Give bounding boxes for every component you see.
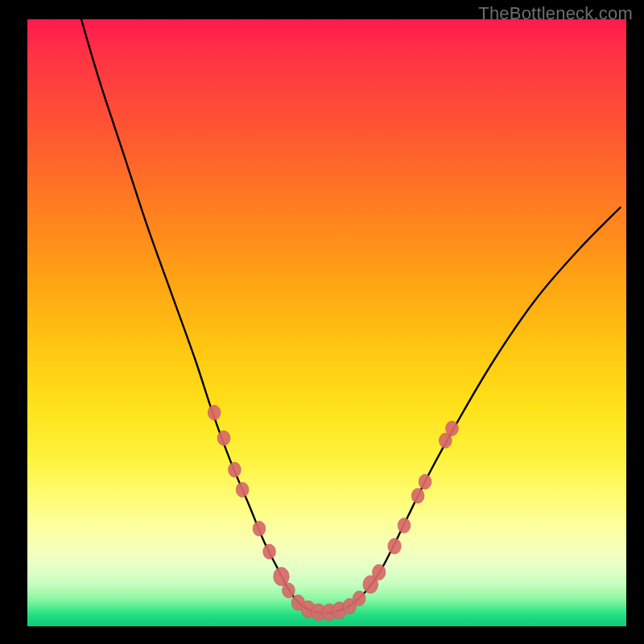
curve-layer (27, 19, 626, 626)
data-marker (274, 568, 289, 586)
bottleneck-curve (81, 19, 621, 613)
data-marker (373, 564, 386, 580)
data-marker (229, 462, 242, 477)
chart-frame: TheBottleneck.com (0, 0, 644, 644)
watermark-text: TheBottleneck.com (478, 3, 633, 24)
data-marker (217, 431, 230, 445)
data-marker (353, 591, 365, 605)
data-marker (236, 482, 249, 497)
data-marker (419, 474, 431, 489)
data-marker (283, 583, 295, 597)
data-marker (398, 518, 411, 533)
curve-markers (208, 405, 458, 621)
data-marker (208, 405, 221, 419)
data-marker (263, 544, 276, 559)
data-marker (388, 539, 401, 554)
data-marker (411, 489, 424, 503)
plot-area (27, 19, 626, 626)
data-marker (253, 521, 266, 535)
data-marker (446, 421, 459, 436)
